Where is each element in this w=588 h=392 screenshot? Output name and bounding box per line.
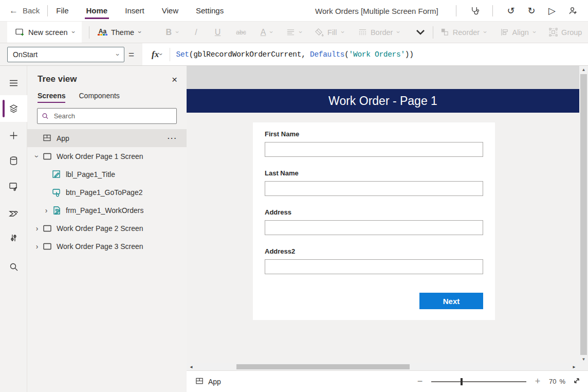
- advanced-tools-icon[interactable]: [0, 226, 27, 250]
- tree-item-label: Work Order Page 2 Screen: [57, 224, 143, 233]
- underline-button[interactable]: U: [215, 28, 221, 37]
- formula-token: (gblRecordWorkOrderCurrent: [189, 50, 301, 59]
- zoom-out-button[interactable]: −: [416, 376, 424, 387]
- tree-item-work-order-page-1-screen[interactable]: ›Work Order Page 1 Screen: [27, 147, 187, 165]
- strikethrough-button[interactable]: abc: [236, 29, 246, 36]
- powerapps-studio-window: ← Back File Home Insert View Settings Wo…: [0, 0, 588, 392]
- text-input[interactable]: [265, 181, 483, 196]
- horizontal-scrollbar[interactable]: ◄ ►: [187, 363, 588, 370]
- fit-to-window-icon[interactable]: [573, 377, 581, 386]
- tree-view-tabs: Screens Components: [27, 88, 187, 104]
- tree-item-work-order-page-3-screen[interactable]: ›Work Order Page 3 Screen: [27, 237, 187, 255]
- tree-search-box[interactable]: [37, 108, 177, 124]
- text-align-button[interactable]: ›: [286, 28, 302, 37]
- tree-view-icon[interactable]: [0, 95, 27, 122]
- tree-item-label: Work Order Page 1 Screen: [57, 152, 143, 161]
- topbar-menus: File Home Insert View Settings: [56, 0, 224, 22]
- menu-insert[interactable]: Insert: [124, 0, 145, 22]
- text-input[interactable]: [265, 142, 483, 157]
- tab-components[interactable]: Components: [79, 92, 119, 104]
- redo-icon[interactable]: ↻: [521, 0, 542, 22]
- undo-icon[interactable]: ↺: [501, 0, 521, 22]
- divider: [433, 26, 433, 39]
- screen-icon: [43, 224, 52, 233]
- chevron-right-icon[interactable]: ›: [41, 206, 52, 215]
- formula-input-panel[interactable]: fx › Set(gblRecordWorkOrderCurrent, Defa…: [142, 43, 588, 65]
- tree-item-app[interactable]: App···: [27, 129, 187, 147]
- tree-item-label: App: [57, 134, 69, 142]
- property-dropdown[interactable]: OnStart ›: [7, 47, 124, 62]
- group-button[interactable]: Group: [549, 28, 582, 37]
- share-user-icon[interactable]: [562, 0, 583, 22]
- app-checker-icon[interactable]: [464, 0, 485, 22]
- top-menu-bar: ← Back File Home Insert View Settings Wo…: [0, 0, 588, 22]
- back-arrow-icon: ←: [9, 6, 18, 16]
- media-icon[interactable]: [0, 174, 27, 198]
- vertical-scroll-thumb[interactable]: [580, 74, 587, 355]
- menu-home[interactable]: Home: [86, 0, 108, 22]
- form-field-first-name: First Name: [265, 130, 483, 157]
- zoom-slider-thumb[interactable]: [461, 378, 463, 385]
- work-order-form[interactable]: First NameLast NameAddressAddress2 Next: [253, 122, 495, 320]
- tree-search-input[interactable]: [53, 112, 172, 120]
- scroll-up-arrow[interactable]: ▲: [579, 66, 588, 74]
- formula-token: Set: [176, 50, 189, 59]
- menu-file[interactable]: File: [56, 0, 69, 22]
- tree-item-lbl-page1-title[interactable]: lbl_Page1_Title: [27, 165, 187, 183]
- screen-icon: [43, 242, 52, 251]
- chevron-down-icon[interactable]: ›: [31, 152, 43, 161]
- fx-chevron-icon[interactable]: ›: [157, 53, 165, 55]
- zoom-controls: − + 70%: [416, 376, 581, 387]
- menu-settings[interactable]: Settings: [195, 0, 224, 22]
- tab-screens[interactable]: Screens: [38, 92, 65, 104]
- form-field-last-name: Last Name: [265, 169, 483, 196]
- fill-button[interactable]: Fill›: [315, 28, 344, 37]
- formula-token: Defaults: [310, 50, 344, 59]
- preview-play-icon[interactable]: ▷: [542, 0, 562, 22]
- ribbon-expand-chevron[interactable]: [415, 29, 426, 36]
- canvas-area: Work Order - Page 1 First NameLast NameA…: [187, 66, 588, 392]
- horizontal-scroll-thumb[interactable]: [236, 364, 410, 369]
- text-input[interactable]: [265, 259, 483, 274]
- next-button[interactable]: Next: [419, 293, 483, 309]
- field-label: First Name: [265, 130, 483, 138]
- zoom-in-button[interactable]: +: [534, 376, 542, 387]
- insert-plus-icon[interactable]: [0, 123, 27, 147]
- new-screen-button[interactable]: New screen›: [7, 22, 82, 43]
- formula-token: 'Work Orders': [349, 50, 405, 59]
- divider: [456, 5, 456, 16]
- divider: [492, 5, 493, 16]
- reorder-button[interactable]: Reorder›: [440, 28, 487, 37]
- tree-item-work-order-page-2-screen[interactable]: ›Work Order Page 2 Screen: [27, 219, 187, 237]
- current-screen-indicator[interactable]: App: [195, 377, 221, 386]
- screen-title-banner[interactable]: Work Order - Page 1: [187, 89, 579, 113]
- theme-button[interactable]: Aa Theme›: [98, 28, 141, 37]
- chevron-right-icon[interactable]: ›: [31, 242, 43, 251]
- tree-item-label: Work Order Page 3 Screen: [57, 242, 143, 251]
- bold-button[interactable]: B›: [166, 28, 178, 37]
- chevron-right-icon[interactable]: ›: [31, 224, 43, 233]
- tree-item-label: frm_Page1_WorkOrders: [66, 206, 143, 215]
- tree-item-btn-page1-gotopage2[interactable]: btn_Page1_GoToPage2: [27, 183, 187, 201]
- formula-text[interactable]: Set(gblRecordWorkOrderCurrent, Defaults(…: [176, 50, 414, 59]
- align-button[interactable]: Align›: [500, 28, 536, 37]
- data-sources-icon[interactable]: [0, 149, 27, 172]
- power-automate-icon[interactable]: [0, 202, 27, 225]
- zoom-slider[interactable]: [431, 381, 526, 382]
- search-rail-icon[interactable]: [0, 255, 27, 278]
- italic-button[interactable]: /: [195, 28, 197, 37]
- back-button[interactable]: ← Back: [9, 6, 40, 16]
- menu-view[interactable]: View: [161, 0, 179, 22]
- text-input[interactable]: [265, 220, 483, 235]
- app-screen-work-order-page-1[interactable]: Work Order - Page 1 First NameLast NameA…: [187, 89, 579, 363]
- font-color-button[interactable]: A›: [261, 28, 273, 37]
- scroll-right-arrow[interactable]: ►: [571, 363, 578, 370]
- scroll-down-arrow[interactable]: ▼: [579, 355, 588, 363]
- border-button[interactable]: Border›: [358, 28, 400, 37]
- vertical-scrollbar[interactable]: ▲ ▼: [579, 66, 588, 363]
- more-options-icon[interactable]: ···: [168, 134, 177, 142]
- tree-item-frm-page1-workorders[interactable]: ›frm_Page1_WorkOrders: [27, 201, 187, 219]
- close-panel-icon[interactable]: ×: [172, 75, 177, 84]
- scroll-left-arrow[interactable]: ◄: [188, 363, 195, 370]
- hamburger-menu-icon[interactable]: [0, 71, 27, 95]
